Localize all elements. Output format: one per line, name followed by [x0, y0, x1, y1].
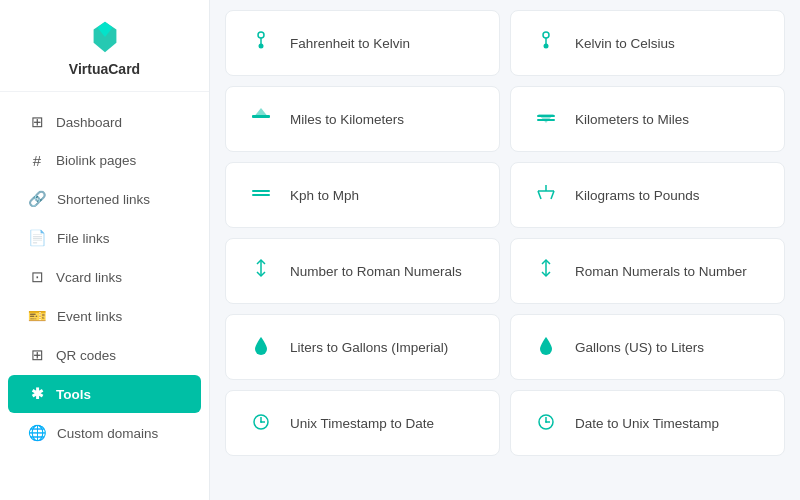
tool-icon-gallons-liters — [531, 333, 561, 361]
tool-icon-kph-mph — [246, 181, 276, 209]
tool-label-date-unix: Date to Unix Timestamp — [575, 416, 719, 431]
tool-label-roman-num: Roman Numerals to Number — [575, 264, 747, 279]
nav-label-event: Event links — [57, 309, 122, 324]
tool-label-kph-mph: Kph to Mph — [290, 188, 359, 203]
sidebar-item-file-links[interactable]: 📄 File links — [8, 219, 201, 257]
svg-point-5 — [543, 32, 549, 38]
tool-card-miles-km[interactable]: Miles to Kilometers — [225, 86, 500, 152]
tool-label-num-roman: Number to Roman Numerals — [290, 264, 462, 279]
tool-icon-roman-num — [531, 257, 561, 285]
sidebar-item-vcard[interactable]: ⊡ Vcard links — [8, 258, 201, 296]
tool-card-roman-num[interactable]: Roman Numerals to Number — [510, 238, 785, 304]
tool-label-km-miles: Kilometers to Miles — [575, 112, 689, 127]
nav-icon-biolink: # — [28, 152, 46, 169]
sidebar-item-shortened[interactable]: 🔗 Shortened links — [8, 180, 201, 218]
nav-label-domains: Custom domains — [57, 426, 158, 441]
nav-list: ⊞ Dashboard # Biolink pages 🔗 Shortened … — [0, 92, 209, 500]
svg-line-17 — [538, 191, 541, 199]
svg-point-28 — [545, 421, 547, 423]
tool-card-kg-pounds[interactable]: Kilograms to Pounds — [510, 162, 785, 228]
tool-card-liters-gallons[interactable]: Liters to Gallons (Imperial) — [225, 314, 500, 380]
nav-icon-domains: 🌐 — [28, 424, 47, 442]
nav-label-file-links: File links — [57, 231, 110, 246]
svg-line-18 — [551, 191, 554, 199]
nav-label-qr: QR codes — [56, 348, 116, 363]
nav-icon-tools: ✱ — [28, 385, 46, 403]
nav-icon-event: 🎫 — [28, 307, 47, 325]
nav-icon-file-links: 📄 — [28, 229, 47, 247]
tool-label-unix-date: Unix Timestamp to Date — [290, 416, 434, 431]
nav-label-shortened: Shortened links — [57, 192, 150, 207]
tool-card-km-miles[interactable]: Kilometers to Miles — [510, 86, 785, 152]
tool-label-fahrenheit-kelvin: Fahrenheit to Kelvin — [290, 36, 410, 51]
sidebar-item-event[interactable]: 🎫 Event links — [8, 297, 201, 335]
tool-card-date-unix[interactable]: Date to Unix Timestamp — [510, 390, 785, 456]
tools-grid: Fahrenheit to Kelvin Kelvin to Celsius M… — [225, 10, 785, 456]
tool-label-gallons-liters: Gallons (US) to Liters — [575, 340, 704, 355]
tool-icon-miles-km — [246, 105, 276, 133]
logo-icon — [86, 18, 124, 56]
tool-icon-kelvin-celsius — [531, 29, 561, 57]
tool-label-kelvin-celsius: Kelvin to Celsius — [575, 36, 675, 51]
nav-icon-qr: ⊞ — [28, 346, 46, 364]
nav-icon-dashboard: ⊞ — [28, 113, 46, 131]
nav-label-biolink: Biolink pages — [56, 153, 136, 168]
tool-icon-km-miles — [531, 105, 561, 133]
tool-card-unix-date[interactable]: Unix Timestamp to Date — [225, 390, 500, 456]
tool-label-liters-gallons: Liters to Gallons (Imperial) — [290, 340, 448, 355]
tool-card-num-roman[interactable]: Number to Roman Numerals — [225, 238, 500, 304]
tool-icon-unix-date — [246, 409, 276, 437]
sidebar-item-qr[interactable]: ⊞ QR codes — [8, 336, 201, 374]
svg-rect-13 — [252, 190, 270, 192]
svg-point-4 — [259, 44, 264, 49]
tool-card-fahrenheit-kelvin[interactable]: Fahrenheit to Kelvin — [225, 10, 500, 76]
nav-icon-shortened: 🔗 — [28, 190, 47, 208]
tool-label-kg-pounds: Kilograms to Pounds — [575, 188, 700, 203]
nav-icon-vcard: ⊡ — [28, 268, 46, 286]
logo-text: VirtuaCard — [69, 61, 140, 77]
svg-marker-9 — [253, 108, 269, 118]
main-content: Fahrenheit to Kelvin Kelvin to Celsius M… — [210, 0, 800, 500]
nav-label-tools: Tools — [56, 387, 91, 402]
svg-marker-12 — [538, 114, 554, 123]
tool-card-kelvin-celsius[interactable]: Kelvin to Celsius — [510, 10, 785, 76]
tool-icon-date-unix — [531, 409, 561, 437]
svg-rect-14 — [252, 194, 270, 196]
svg-point-7 — [544, 44, 549, 49]
tool-icon-kg-pounds — [531, 181, 561, 209]
svg-point-24 — [260, 421, 262, 423]
tool-card-gallons-liters[interactable]: Gallons (US) to Liters — [510, 314, 785, 380]
logo-area: VirtuaCard — [0, 0, 209, 92]
tool-icon-liters-gallons — [246, 333, 276, 361]
nav-label-vcard: Vcard links — [56, 270, 122, 285]
svg-point-2 — [258, 32, 264, 38]
sidebar: VirtuaCard ⊞ Dashboard # Biolink pages 🔗… — [0, 0, 210, 500]
nav-label-dashboard: Dashboard — [56, 115, 122, 130]
tool-card-kph-mph[interactable]: Kph to Mph — [225, 162, 500, 228]
sidebar-item-biolink[interactable]: # Biolink pages — [8, 142, 201, 179]
tool-label-miles-km: Miles to Kilometers — [290, 112, 404, 127]
tool-icon-num-roman — [246, 257, 276, 285]
sidebar-item-dashboard[interactable]: ⊞ Dashboard — [8, 103, 201, 141]
sidebar-item-domains[interactable]: 🌐 Custom domains — [8, 414, 201, 452]
tool-icon-fahrenheit-kelvin — [246, 29, 276, 57]
sidebar-item-tools[interactable]: ✱ Tools — [8, 375, 201, 413]
